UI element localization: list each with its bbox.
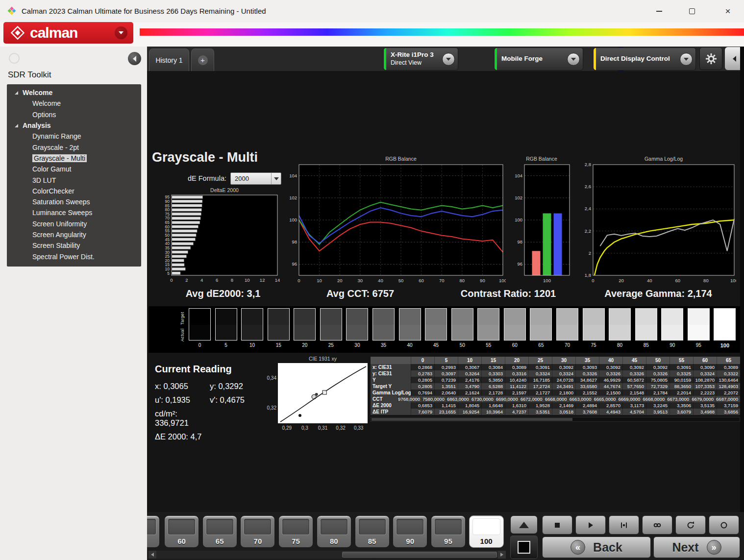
expander-icon[interactable] — [15, 124, 18, 127]
table-cell: 6672,0000 — [520, 396, 545, 402]
table-cell: 4,5704 — [622, 409, 646, 415]
meter-panel-3[interactable]: Direct Display Control — [593, 48, 696, 71]
tab-history[interactable]: History 1 — [149, 49, 189, 71]
table-cell: 0,3303 — [481, 370, 505, 377]
cie-plot-overlay — [278, 363, 368, 423]
svg-text:100: 100 — [543, 278, 551, 283]
tree-group-welcome[interactable]: Welcome — [7, 87, 141, 98]
sidebar-item-screen-uniformity[interactable]: Screen Uniformity — [7, 219, 141, 229]
table-cell: 1,6310 — [505, 402, 528, 409]
level-button-100[interactable]: 100 — [469, 515, 504, 548]
bottom-scrollbar-thumb[interactable] — [342, 552, 497, 558]
sidebar-item-label: Screen Stability — [32, 242, 80, 249]
level-button-80[interactable]: 80 — [317, 515, 351, 548]
sidebar-item-spectral-power-dist[interactable]: Spectral Power Dist. — [7, 251, 141, 262]
table-row-e-itp: ΔE ITP7,607923,165516,925410,39644,72373… — [371, 409, 740, 415]
next-button[interactable]: Next » — [653, 536, 740, 558]
table-cell: 0,2993 — [434, 364, 458, 370]
sidebar-item-saturation-sweeps[interactable]: Saturation Sweeps — [7, 196, 141, 207]
meter3-dropdown-button[interactable] — [680, 53, 693, 66]
tree-group-label: Analysis — [23, 122, 51, 129]
single-measure-button[interactable] — [609, 515, 639, 535]
scroll-right-button[interactable] — [498, 551, 506, 559]
sidebar-item-luminance-sweeps[interactable]: Luminance Sweeps — [7, 207, 141, 218]
svg-text:10: 10 — [245, 277, 250, 283]
table-row-label: x: CIE31 — [371, 364, 411, 370]
tab-add[interactable]: + — [191, 49, 214, 71]
table-scrollbar-thumb[interactable] — [372, 418, 572, 421]
table-col-header: 40 — [599, 357, 622, 364]
level-screen — [434, 518, 462, 535]
sidebar-collapse-button[interactable] — [128, 52, 141, 65]
meter1-dropdown-button[interactable] — [442, 53, 455, 66]
cie-x-tick: 0,32 — [336, 425, 345, 431]
sidebar-item-screen-angularity[interactable]: Screen Angularity — [7, 229, 141, 240]
settings-button[interactable] — [699, 47, 722, 70]
meter-panel-2[interactable]: Mobile Forge — [494, 48, 583, 71]
table-cell: 0,3089 — [717, 364, 740, 370]
sidebar-item-options[interactable]: Options — [7, 109, 141, 120]
de-formula-value: 2000 — [235, 175, 249, 182]
sidebar-item-dynamic-range[interactable]: Dynamic Range — [7, 131, 141, 142]
sidebar-item-color-gamut[interactable]: Color Gamut — [7, 164, 141, 174]
sidebar-item-colorchecker[interactable]: ColorChecker — [7, 186, 141, 196]
table-cell: 2,1784 — [646, 390, 670, 396]
stop-button[interactable] — [542, 515, 572, 535]
minimize-button[interactable] — [648, 0, 670, 22]
de-formula-label: dE Formula: — [188, 174, 226, 182]
level-button-partial[interactable] — [147, 515, 160, 548]
table-scrollbar[interactable] — [371, 417, 740, 422]
current-reading-title: Current Reading — [155, 364, 277, 375]
close-button[interactable]: × — [717, 0, 739, 22]
sidebar-item-3d-lut[interactable]: 3D LUT — [7, 174, 141, 185]
sidebar-item-label: Grayscale - 2pt — [32, 144, 79, 151]
back-button[interactable]: « Back — [542, 536, 651, 558]
table-cell: 34,8627 — [575, 377, 599, 383]
loop-button[interactable] — [675, 515, 706, 535]
table-cell: 6,5288 — [481, 383, 505, 390]
pattern-window-button[interactable] — [510, 536, 538, 559]
expander-icon[interactable] — [15, 91, 18, 95]
svg-text:50: 50 — [398, 278, 404, 283]
level-label: 75 — [279, 537, 313, 545]
record-button[interactable] — [709, 515, 739, 535]
bottom-scrollbar[interactable] — [149, 551, 506, 559]
level-button-70[interactable]: 70 — [240, 515, 275, 548]
level-screen — [472, 518, 500, 535]
chevron-down-icon — [684, 58, 689, 61]
table-cell: 1,9528 — [528, 402, 552, 409]
level-button-65[interactable]: 65 — [202, 515, 237, 548]
cie-plot — [278, 363, 368, 423]
svg-text:20: 20 — [619, 278, 624, 283]
meter-panel-1[interactable]: X-Rite i1Pro 3 Direct View — [383, 48, 458, 71]
table-cell: 5,3850 — [481, 377, 505, 383]
table-cell: 16,9254 — [458, 409, 481, 415]
sidebar-item-screen-stability[interactable]: Screen Stability — [7, 240, 141, 251]
de-formula-select[interactable]: 2000 — [230, 172, 281, 185]
calman-logo[interactable]: calman — [3, 22, 133, 44]
logo-dropdown-button[interactable] — [115, 26, 127, 39]
svg-text:80: 80 — [460, 278, 465, 283]
maximize-button[interactable] — [681, 0, 703, 22]
gamma-chart-plot: 2,82,62,42,221,8020406080100 — [578, 163, 736, 284]
pattern-eject-button[interactable] — [510, 515, 538, 534]
sidebar-item-welcome[interactable]: Welcome — [7, 98, 141, 109]
table-cell: 3,9513 — [646, 409, 670, 415]
level-button-90[interactable]: 90 — [393, 515, 427, 548]
play-button[interactable] — [575, 515, 606, 535]
chevron-down-icon — [274, 177, 279, 180]
level-button-60[interactable]: 60 — [164, 515, 199, 548]
level-button-75[interactable]: 75 — [278, 515, 313, 548]
level-button-85[interactable]: 85 — [355, 515, 390, 548]
level-button-95[interactable]: 95 — [431, 515, 466, 548]
meter2-dropdown-button[interactable] — [567, 53, 580, 66]
reading-x: x: 0,3065 — [155, 382, 210, 391]
stat-contrast-ratio: Contrast Ratio: 1201 — [447, 288, 570, 299]
cie-x-tick: 0,3 — [301, 425, 308, 431]
sidebar-item-grayscale-2pt[interactable]: Grayscale - 2pt — [7, 142, 141, 152]
tree-group-analysis[interactable]: Analysis — [7, 120, 141, 131]
patch-label-75: 75 — [583, 342, 605, 348]
continuous-measure-button[interactable] — [642, 515, 672, 535]
scroll-left-button[interactable] — [149, 551, 156, 559]
sidebar-item-grayscale-multi[interactable]: Grayscale - Multi — [7, 153, 141, 164]
